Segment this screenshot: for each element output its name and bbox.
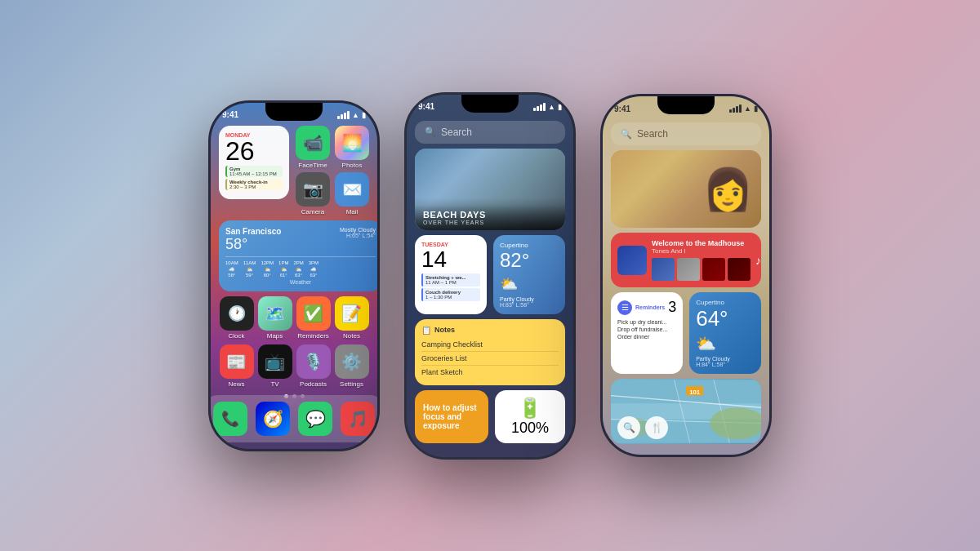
phone-icon: 📞	[213, 402, 247, 436]
facetime-icon: 📹	[296, 126, 330, 160]
status-time-3: 9:41	[614, 104, 630, 113]
app-settings[interactable]: ⚙️ Settings	[335, 344, 369, 388]
rem-item-3: Order dinner	[617, 333, 676, 340]
widget-row-1: TUESDAY 14 Stretching + we... 11 AM – 1 …	[415, 235, 565, 314]
weather-desc-2: Partly Cloudy	[500, 296, 559, 302]
weather-widget-2[interactable]: Cupertino 82° ⛅ Partly Cloudy H:83° L:58…	[493, 235, 565, 314]
status-icons-3: ▲ ▮	[729, 104, 758, 113]
search-bar-2[interactable]: 🔍 Search	[415, 121, 565, 144]
weather-hl-3: H:84° L:58°	[696, 362, 755, 367]
weather-hl-2: H:83° L:58°	[500, 302, 559, 308]
music-widget-3[interactable]: Welcome to the Madhouse Tones And I ♪	[611, 233, 761, 287]
status-time-2: 9:41	[418, 102, 434, 111]
battery-icon-2: ▮	[558, 103, 562, 111]
tv-icon: 📺	[258, 344, 292, 379]
weather-emoji-3: ⛅	[696, 334, 755, 353]
notch-2	[461, 95, 519, 113]
status-time-1: 9:41	[222, 110, 238, 119]
weather-emoji-2: ⛅	[500, 275, 559, 293]
weather-hourly-1: 10AM☁️58° 11AM⛅59° 12PM⛅60° 1PM⛅61° 2PM⛅…	[225, 260, 376, 278]
music-note-icon: ♪	[755, 254, 761, 267]
map-overlay-3: 🔍 🍴	[617, 416, 668, 439]
app-clock[interactable]: 🕐 Clock	[220, 296, 254, 340]
map-search-btn[interactable]: 🔍	[617, 416, 640, 439]
calendar-event-2: Weekly check-in 2:30 – 3 PM	[225, 179, 283, 190]
cal2-date: 14	[421, 247, 480, 273]
photo-widget-3[interactable]: 👩	[611, 150, 761, 228]
app-camera[interactable]: 📷 Camera	[296, 172, 330, 216]
phone-1: 9:41 ▲ ▮ MONDAY 26 Gym 11:45 AM –	[208, 100, 380, 451]
signal-icon-2	[533, 103, 546, 111]
weather-temp-1: 58°	[225, 236, 281, 253]
photo-overlay-2: BEACH DAYS OVER THE YEARS	[415, 205, 565, 230]
podcasts-icon: 🎙️	[296, 344, 331, 379]
battery-icon-1: ▮	[362, 111, 366, 119]
app-maps[interactable]: 🗺️ Maps	[258, 296, 292, 340]
clock-icon: 🕐	[220, 296, 254, 331]
search-label-3: Search	[637, 128, 668, 140]
signal-icon-1	[337, 111, 350, 119]
weather-desc-3: Partly Cloudy	[696, 356, 755, 362]
weather-widget-3[interactable]: Cupertino 64° ⛅ Partly Cloudy H:84° L:58…	[689, 292, 761, 374]
dock-music[interactable]: 🎵	[341, 402, 375, 436]
svg-text:101: 101	[689, 389, 701, 396]
music-icon: 🎵	[341, 402, 375, 436]
rem-header-3: ☰ Reminders 3	[617, 299, 676, 316]
photo-widget-2[interactable]: BEACH DAYS OVER THE YEARS	[415, 149, 565, 230]
weather-label-1: Weather	[225, 279, 376, 285]
tv-label: TV	[270, 380, 278, 388]
map-widget-3[interactable]: 101 🔍 🍴	[611, 379, 761, 444]
album-3	[702, 258, 725, 281]
reminders-widget-3[interactable]: ☰ Reminders 3 Pick up dry cleani... Drop…	[611, 292, 683, 374]
music-song-3: Welcome to the Madhouse	[652, 239, 751, 247]
battery-pct-2: 100%	[511, 420, 549, 437]
settings-icon: ⚙️	[335, 344, 369, 379]
notes-item-1: Camping Checklist	[421, 338, 559, 352]
weather-widget-1[interactable]: San Francisco 58° Mostly Cloudy H:65° L:…	[219, 220, 377, 291]
reminders-icon: ✅	[296, 296, 331, 331]
notes-header-2: 📋 Notes	[421, 326, 559, 335]
mail-label: Mail	[346, 208, 359, 216]
wifi-icon-2: ▲	[548, 103, 555, 111]
music-albums-3	[652, 258, 751, 281]
widget-row-2: How to adjust focus and exposure 🔋 100%	[415, 390, 565, 443]
app-news[interactable]: 📰 News	[220, 344, 254, 388]
notes-widget-2[interactable]: 📋 Notes Camping Checklist Groceries List…	[415, 319, 565, 385]
photos-label: Photos	[342, 162, 363, 169]
rem-item-1: Pick up dry cleani...	[617, 318, 676, 326]
search-icon-2: 🔍	[425, 127, 436, 137]
rem-count-3: 3	[668, 299, 676, 316]
app-mail[interactable]: ✉️ Mail	[335, 172, 369, 216]
map-restaurant-btn[interactable]: 🍴	[645, 416, 668, 439]
status-icons-2: ▲ ▮	[533, 103, 562, 111]
notes-label-1: Notes	[343, 332, 360, 340]
clock-label: Clock	[228, 332, 244, 340]
rem-item-2: Drop off fundraise...	[617, 326, 676, 333]
calendar-widget-2[interactable]: TUESDAY 14 Stretching + we... 11 AM – 1 …	[415, 235, 487, 314]
phone-3: 9:41 ▲ ▮ 🔍 Search 👩	[600, 94, 772, 457]
app-podcasts[interactable]: 🎙️ Podcasts	[296, 344, 331, 388]
status-icons-1: ▲ ▮	[337, 111, 366, 119]
app-facetime[interactable]: 📹 FaceTime	[296, 126, 330, 169]
dock-1: 📞 🧭 💬 🎵	[211, 395, 377, 442]
tip-text-2: How to adjust focus and exposure	[423, 403, 480, 430]
calendar-widget-1[interactable]: MONDAY 26 Gym 11:45 AM – 12:15 PM Weekly…	[219, 126, 289, 199]
dock-phone[interactable]: 📞	[213, 402, 247, 436]
app-photos[interactable]: 🌅 Photos	[335, 126, 369, 169]
search-bar-3[interactable]: 🔍 Search	[611, 122, 761, 145]
app-tv[interactable]: 📺 TV	[258, 344, 292, 388]
dock-safari[interactable]: 🧭	[256, 402, 290, 436]
tip-widget-2[interactable]: How to adjust focus and exposure	[415, 390, 488, 443]
photo-title-2: BEACH DAYS	[423, 210, 557, 220]
battery-icon-3: ▮	[754, 104, 758, 113]
app-reminders[interactable]: ✅ Reminders	[296, 296, 331, 340]
dock-messages[interactable]: 💬	[298, 402, 332, 436]
app-notes-1[interactable]: 📝 Notes	[335, 296, 369, 340]
podcasts-label: Podcasts	[300, 380, 327, 388]
facetime-label: FaceTime	[298, 162, 327, 169]
battery-widget-2[interactable]: 🔋 100%	[495, 390, 565, 443]
weather-temp-2: 82°	[500, 249, 559, 272]
messages-icon: 💬	[298, 402, 332, 436]
weather-city-1: San Francisco	[225, 227, 281, 236]
notes-item-2: Groceries List	[421, 352, 559, 366]
